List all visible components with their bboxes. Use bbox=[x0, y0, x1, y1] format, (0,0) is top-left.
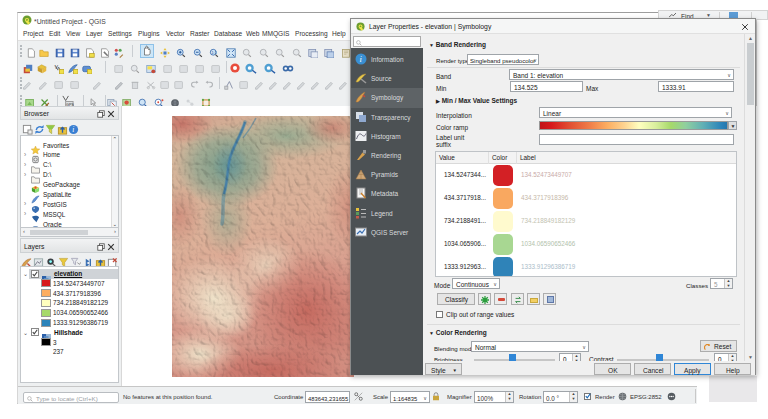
svg-text:i: i bbox=[72, 125, 74, 134]
svg-text:1:1: 1:1 bbox=[211, 51, 216, 55]
svg-text:V: V bbox=[54, 64, 58, 70]
